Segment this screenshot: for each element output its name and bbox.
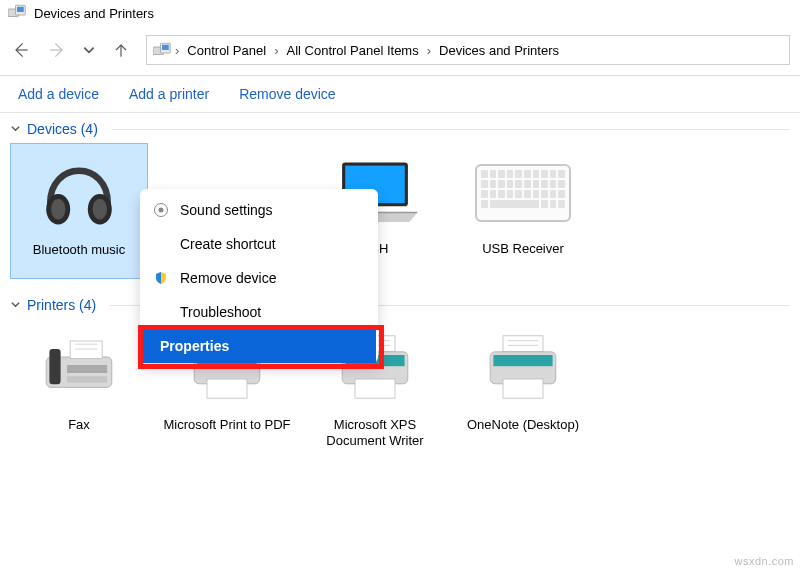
svg-rect-17 [67,365,107,373]
watermark: wsxdn.com [734,555,794,567]
printers-section-header[interactable]: Printers (4) [0,289,800,319]
devices-header-text: Devices (4) [27,121,98,137]
printer-label: OneNote (Desktop) [467,417,579,449]
remove-device-link[interactable]: Remove device [239,86,336,102]
cm-label: Remove device [180,270,277,286]
svg-rect-18 [67,376,107,382]
devices-printers-icon [8,4,26,23]
svg-rect-7 [162,44,169,49]
devices-section-header[interactable]: Devices (4) [0,113,800,143]
address-bar: › Control Panel › All Control Panel Item… [0,31,800,76]
printer-label: Fax [68,417,90,449]
chevron-right-icon: › [427,43,431,58]
breadcrumb-devices-printers[interactable]: Devices and Printers [435,43,563,58]
printer-label: Microsoft Print to PDF [163,417,290,449]
forward-button[interactable] [46,39,68,61]
cm-label: Sound settings [180,202,273,218]
svg-rect-30 [355,379,395,398]
printers-grid: Fax Microsoft Print to PDF Microsoft XPS… [0,319,800,466]
svg-rect-35 [493,355,552,366]
svg-point-40 [159,208,164,213]
device-label: USB Receiver [482,241,564,257]
cm-properties[interactable]: Properties [142,329,376,363]
printers-header-text: Printers (4) [27,297,96,313]
cm-remove-device[interactable]: Remove device [142,261,376,295]
chevron-down-icon [10,121,21,137]
printer-label: Microsoft XPS Document Writer [310,417,440,450]
cm-label: Create shortcut [180,236,276,252]
title-bar: Devices and Printers [0,0,800,31]
back-button[interactable] [10,39,32,61]
cm-label: Troubleshoot [180,304,261,320]
command-bar: Add a device Add a printer Remove device [0,76,800,113]
svg-rect-2 [17,7,24,12]
cm-sound-settings[interactable]: Sound settings [142,193,376,227]
svg-rect-15 [70,341,102,359]
chevron-right-icon: › [274,43,278,58]
devices-grid: Bluetooth music ABH USB Receiver [0,143,800,289]
keyboard-icon [475,149,571,237]
window-title: Devices and Printers [34,6,154,21]
chevron-down-icon [10,297,21,313]
svg-rect-33 [503,336,543,352]
device-item-usb-receiver[interactable]: USB Receiver [454,143,592,279]
cm-troubleshoot[interactable]: Troubleshoot [142,295,376,329]
svg-rect-36 [503,379,543,398]
printer-item-onenote[interactable]: OneNote (Desktop) [454,319,592,456]
cm-label: Properties [160,338,229,354]
svg-rect-16 [49,349,60,384]
breadcrumb[interactable]: › Control Panel › All Control Panel Item… [146,35,790,65]
up-button[interactable] [110,39,132,61]
printer-item-fax[interactable]: Fax [10,319,148,456]
device-label: Bluetooth music [33,242,126,258]
chevron-right-icon: › [175,43,179,58]
svg-rect-24 [207,379,247,398]
breadcrumb-control-panel[interactable]: Control Panel [183,43,270,58]
fax-icon [31,325,127,413]
add-printer-link[interactable]: Add a printer [129,86,209,102]
svg-point-9 [51,199,65,220]
headphones-icon [31,150,127,238]
devices-printers-icon [153,40,171,61]
speaker-icon [152,202,170,218]
device-item-bluetooth-music[interactable]: Bluetooth music [10,143,148,279]
cm-create-shortcut[interactable]: Create shortcut [142,227,376,261]
context-menu: Sound settings Create shortcut Remove de… [140,189,378,363]
svg-point-11 [93,199,107,220]
recent-locations-button[interactable] [82,39,96,61]
add-device-link[interactable]: Add a device [18,86,99,102]
printer-icon [475,325,571,413]
shield-icon [152,271,170,285]
divider [112,129,790,130]
breadcrumb-all-items[interactable]: All Control Panel Items [282,43,422,58]
